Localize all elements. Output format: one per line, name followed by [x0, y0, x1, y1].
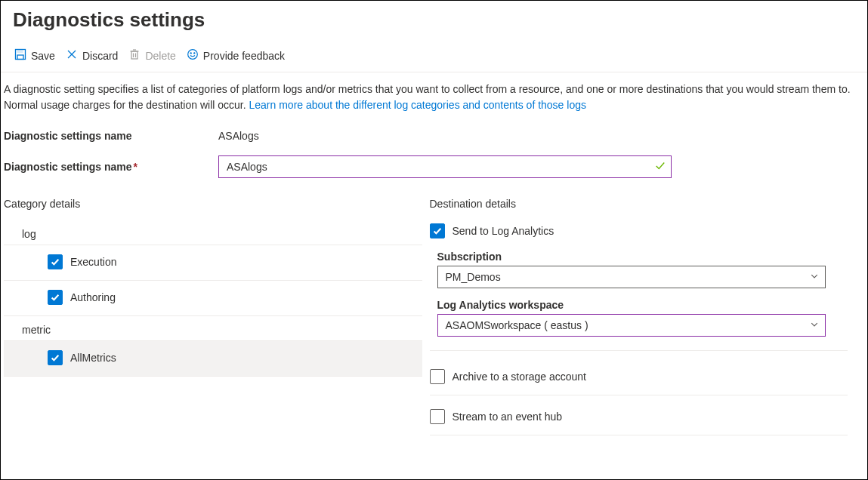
category-title: Category details [4, 198, 422, 210]
save-label: Save [31, 50, 55, 62]
settings-name-input[interactable] [218, 155, 672, 178]
smile-icon [187, 48, 199, 63]
metric-allmetrics-row: AllMetrics [4, 341, 422, 377]
stream-eventhub-checkbox[interactable] [430, 409, 445, 424]
send-log-analytics-checkbox[interactable] [430, 223, 445, 238]
workspace-value: ASAOMSworkspace ( eastus ) [446, 319, 588, 331]
chevron-down-icon [810, 319, 819, 331]
svg-point-12 [194, 53, 195, 54]
allmetrics-checkbox[interactable] [48, 350, 63, 365]
trash-icon [128, 48, 141, 63]
subscription-select[interactable]: PM_Demos [437, 266, 826, 288]
execution-label: Execution [70, 256, 116, 268]
check-icon [655, 161, 666, 174]
svg-rect-1 [17, 50, 23, 53]
stream-eventhub-row: Stream to an event hub [430, 402, 848, 435]
log-header: log [4, 223, 422, 245]
archive-storage-label: Archive to a storage account [453, 371, 586, 383]
destination-title: Destination details [430, 198, 848, 210]
feedback-button[interactable]: Provide feedback [187, 48, 285, 63]
delete-button: Delete [128, 48, 175, 63]
destination-details: Destination details Send to Log Analytic… [430, 198, 856, 435]
send-log-analytics-label: Send to Log Analytics [453, 225, 554, 237]
allmetrics-label: AllMetrics [70, 352, 116, 364]
delete-label: Delete [145, 50, 175, 62]
log-authoring-row: Authoring [4, 281, 422, 316]
stream-eventhub-label: Stream to an event hub [453, 411, 563, 423]
svg-point-11 [190, 53, 191, 54]
svg-rect-2 [17, 55, 23, 60]
save-icon [14, 48, 26, 63]
page-title: Diagnostics settings [1, 1, 867, 42]
svg-rect-5 [131, 51, 137, 59]
close-icon [66, 48, 78, 63]
archive-storage-row: Archive to a storage account [430, 362, 848, 395]
settings-name-input-label: Diagnostic settings name* [4, 161, 218, 173]
authoring-label: Authoring [70, 291, 116, 303]
description-text: A diagnostic setting specifies a list of… [4, 82, 855, 116]
chevron-down-icon [810, 271, 819, 283]
required-indicator: * [134, 161, 137, 173]
workspace-label: Log Analytics workspace [437, 299, 848, 311]
archive-storage-checkbox[interactable] [430, 369, 445, 384]
discard-button[interactable]: Discard [66, 48, 118, 63]
learn-more-link[interactable]: Learn more about the different log categ… [249, 99, 586, 111]
feedback-label: Provide feedback [203, 50, 285, 62]
log-execution-row: Execution [4, 245, 422, 281]
save-button[interactable]: Save [14, 48, 55, 63]
category-details: Category details log Execution Authoring… [4, 198, 430, 435]
workspace-select[interactable]: ASAOMSworkspace ( eastus ) [437, 314, 826, 337]
svg-point-10 [188, 50, 198, 60]
settings-name-display-value: ASAlogs [218, 130, 259, 142]
subscription-label: Subscription [437, 251, 848, 263]
authoring-checkbox[interactable] [48, 290, 63, 305]
subscription-value: PM_Demos [446, 271, 501, 283]
execution-checkbox[interactable] [48, 254, 63, 269]
toolbar: Save Discard Delete Provide feedback [1, 42, 867, 72]
settings-name-display-label: Diagnostic settings name [4, 130, 218, 142]
discard-label: Discard [82, 50, 118, 62]
metric-header: metric [4, 319, 422, 341]
